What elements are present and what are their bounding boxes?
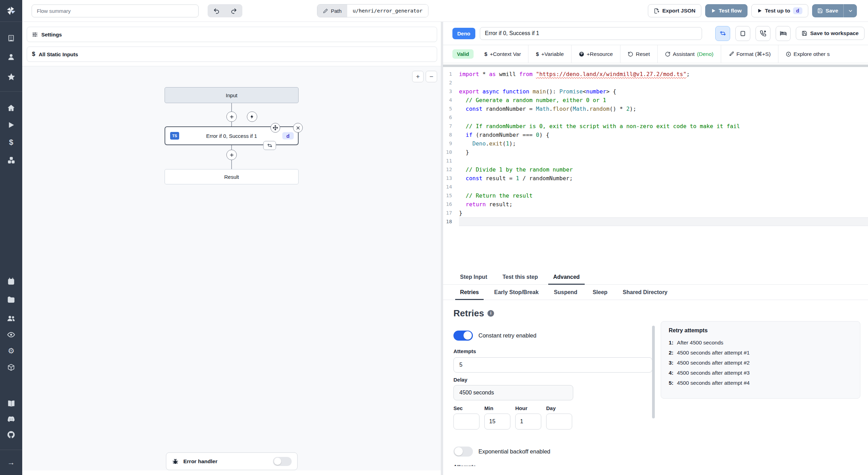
code-line[interactable]: 7 // If randomNumber is 0, exit the scri…: [443, 122, 868, 131]
hour-input[interactable]: [515, 414, 541, 430]
code-line[interactable]: 3export async function main(): Promise<n…: [443, 87, 868, 96]
code-line[interactable]: 12 // Divide 1 by the random number: [443, 165, 868, 174]
add-context-var-button[interactable]: $ +Context Var: [477, 45, 528, 63]
step-id-badge: d: [282, 132, 294, 140]
result-node[interactable]: Result: [165, 169, 299, 184]
move-step-button[interactable]: [270, 123, 280, 133]
undo-button[interactable]: [208, 4, 225, 17]
retries-toggle-button[interactable]: [715, 26, 730, 41]
export-json-button[interactable]: Export JSON: [648, 4, 701, 17]
code-line[interactable]: 4 // Generate a random number, either 0 …: [443, 96, 868, 105]
users-icon[interactable]: [0, 311, 22, 325]
calendar-icon[interactable]: [0, 274, 22, 288]
gear-icon[interactable]: ⚙: [0, 344, 22, 358]
code-line[interactable]: 17}: [443, 209, 868, 217]
info-icon[interactable]: i: [487, 310, 494, 317]
play-icon: [757, 8, 762, 13]
dollar-icon[interactable]: $: [0, 135, 22, 149]
building-icon[interactable]: [0, 31, 22, 45]
folder-icon[interactable]: [0, 293, 22, 307]
star-icon[interactable]: [0, 70, 22, 84]
tab-early-stop-break[interactable]: Early Stop/Break: [486, 285, 546, 300]
test-up-to-button[interactable]: Test up to d: [751, 4, 808, 17]
step-name-input[interactable]: [480, 27, 702, 40]
insert-step-button[interactable]: [226, 150, 237, 160]
code-line[interactable]: 11: [443, 157, 868, 165]
undo-redo-group: [208, 4, 242, 17]
all-static-inputs-bar[interactable]: $ All Static Inputs: [27, 47, 437, 62]
github-icon[interactable]: [0, 428, 22, 442]
zoom-in-button[interactable]: +: [412, 71, 424, 82]
language-badge[interactable]: Deno: [452, 28, 475, 39]
code-editor[interactable]: 1import * as wmill from "https://deno.la…: [443, 67, 868, 269]
test-flow-button[interactable]: Test flow: [705, 4, 748, 17]
trigger-button[interactable]: [247, 111, 257, 122]
code-line[interactable]: 14: [443, 183, 868, 191]
explore-scripts-button[interactable]: Explore other s: [778, 45, 837, 63]
code-line[interactable]: 16 return result;: [443, 200, 868, 209]
code-line[interactable]: 15 // Return the result: [443, 191, 868, 200]
reset-button[interactable]: Reset: [620, 45, 657, 63]
tab-step-input[interactable]: Step Input: [452, 269, 495, 284]
min-input[interactable]: [484, 414, 510, 430]
path-button[interactable]: Path u/henri/error_generator: [317, 4, 428, 17]
exponential-backoff-toggle[interactable]: [453, 447, 473, 457]
add-variable-button[interactable]: $ +Variable: [528, 45, 571, 63]
cubes-icon[interactable]: [0, 153, 22, 167]
early-stop-button[interactable]: [735, 26, 750, 41]
redo-button[interactable]: [225, 4, 242, 17]
code-line[interactable]: 10 }: [443, 148, 868, 157]
repeat-icon: [719, 30, 726, 37]
sleep-button[interactable]: [776, 26, 791, 41]
delay-input[interactable]: [453, 385, 573, 400]
settings-bar[interactable]: Settings: [27, 27, 437, 42]
add-resource-button[interactable]: +Resource: [571, 45, 620, 63]
user-icon[interactable]: [0, 50, 22, 64]
suspend-button[interactable]: [756, 26, 770, 41]
attempts-input[interactable]: [453, 357, 652, 373]
zoom-out-button[interactable]: −: [426, 71, 437, 82]
tab-suspend[interactable]: Suspend: [546, 285, 585, 300]
format-button[interactable]: Format (⌘+S): [721, 45, 778, 63]
home-icon[interactable]: [0, 101, 22, 115]
retry-indicator-badge[interactable]: [263, 141, 276, 150]
code-line[interactable]: 2: [443, 78, 868, 87]
tab-advanced[interactable]: Advanced: [545, 269, 587, 284]
assistant-button[interactable]: Assistant (Deno): [658, 45, 721, 63]
tab-retries[interactable]: Retries: [452, 285, 486, 300]
input-node[interactable]: Input: [165, 87, 299, 103]
play-icon[interactable]: [0, 118, 22, 132]
day-input[interactable]: [546, 414, 572, 430]
save-dropdown-button[interactable]: [844, 4, 857, 17]
code-line[interactable]: 9 Deno.exit(1);: [443, 139, 868, 148]
tab-test-this-step[interactable]: Test this step: [495, 269, 545, 284]
delete-step-button[interactable]: [293, 123, 303, 133]
code-line[interactable]: 8 if (randomNumber === 0) {: [443, 131, 868, 139]
package-icon[interactable]: [0, 360, 22, 374]
error-handler-toggle[interactable]: [273, 457, 292, 466]
save-to-workspace-button[interactable]: Save to workspace: [796, 27, 865, 40]
constant-retry-toggle[interactable]: [453, 331, 473, 341]
windmill-logo[interactable]: [0, 4, 22, 18]
error-handler-bar[interactable]: Error handler: [166, 452, 298, 470]
book-icon[interactable]: [0, 397, 22, 410]
insert-step-button[interactable]: [226, 111, 237, 122]
code-line[interactable]: 13 const result = 1 / randomNumber;: [443, 174, 868, 183]
tab-shared-directory[interactable]: Shared Directory: [615, 285, 675, 300]
flow-summary-input[interactable]: [32, 5, 199, 17]
arrow-right-icon[interactable]: →: [0, 456, 22, 469]
code-line[interactable]: 6: [443, 113, 868, 122]
code-line[interactable]: 1import * as wmill from "https://deno.la…: [443, 70, 868, 78]
exponential-backoff-row: Exponential backoff enabled: [453, 446, 656, 457]
flow-canvas[interactable]: + − Input TS: [22, 66, 441, 470]
editor-resize-handle[interactable]: [443, 65, 868, 67]
tab-sleep[interactable]: Sleep: [585, 285, 615, 300]
save-button[interactable]: Save: [812, 4, 843, 17]
app: $ ⚙ →: [0, 0, 868, 475]
discord-icon[interactable]: [0, 412, 22, 426]
code-line[interactable]: 18: [443, 217, 868, 226]
eye-icon[interactable]: [0, 328, 22, 342]
sec-input[interactable]: [453, 414, 479, 430]
scrollbar-thumb[interactable]: [652, 326, 655, 418]
code-line[interactable]: 5 const randomNumber = Math.floor(Math.r…: [443, 105, 868, 113]
